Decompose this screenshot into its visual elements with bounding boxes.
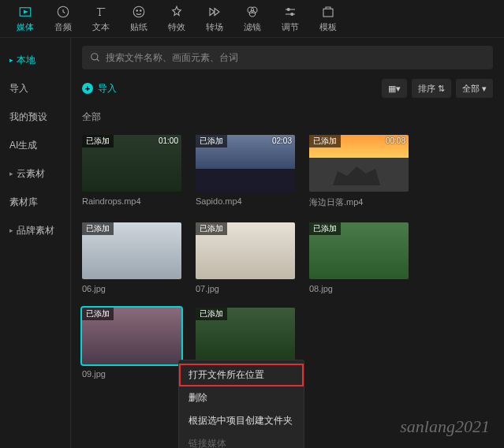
media-card[interactable]: 已添加01:00Raindrops.mp4 xyxy=(82,135,181,208)
duration-label: 00:08 xyxy=(386,136,405,145)
media-name: 08.jpg xyxy=(309,284,409,293)
top-tab-8[interactable]: 模板 xyxy=(309,0,347,38)
chevron-icon: ▸ xyxy=(9,226,13,234)
thumbnail[interactable]: 已添加 xyxy=(196,222,295,279)
media-card[interactable]: 已添加06.jpg xyxy=(82,222,181,293)
svg-rect-13 xyxy=(323,9,333,17)
top-tab-1[interactable]: 音频 xyxy=(44,0,82,38)
section-label: 全部 xyxy=(82,110,493,124)
watermark: sanlang2021 xyxy=(400,416,490,437)
svg-point-14 xyxy=(91,54,98,60)
tab-icon xyxy=(94,4,108,20)
svg-point-12 xyxy=(291,13,293,16)
added-badge: 已添加 xyxy=(82,222,114,235)
toolbar: + 导入 ▦▾ 排序 ⇅ 全部 ▾ xyxy=(82,77,493,99)
filter-button[interactable]: 全部 ▾ xyxy=(456,79,493,98)
top-tab-6[interactable]: 滤镜 xyxy=(233,0,271,38)
duration-label: 02:03 xyxy=(272,136,292,145)
sidebar-label: 本地 xyxy=(17,54,35,67)
tab-label: 模板 xyxy=(319,21,337,33)
sidebar-label: 云素材 xyxy=(17,167,45,181)
import-button[interactable]: + 导入 xyxy=(82,82,117,95)
context-menu-item[interactable]: 删除 xyxy=(179,386,304,409)
context-menu-item[interactable]: 打开文件所在位置 xyxy=(179,364,304,386)
thumbnail[interactable]: 已添加 xyxy=(82,222,181,279)
top-tab-4[interactable]: 特效 xyxy=(158,0,196,38)
tab-icon xyxy=(132,4,146,20)
thumbnail[interactable]: 已添加 xyxy=(309,222,409,279)
tab-label: 调节 xyxy=(282,21,299,33)
added-badge: 已添加 xyxy=(309,135,341,147)
svg-point-5 xyxy=(140,10,142,12)
media-name: 海边日落.mp4 xyxy=(309,196,409,208)
top-tab-7[interactable]: 调节 xyxy=(271,0,309,38)
context-menu: 打开文件所在位置删除根据选中项目创建文件夹链接媒体 xyxy=(178,360,304,448)
added-badge: 已添加 xyxy=(196,135,227,147)
thumbnail[interactable]: 已添加 xyxy=(82,308,181,364)
media-card[interactable]: 已添加09.jpg xyxy=(82,308,181,379)
media-name: Raindrops.mp4 xyxy=(82,196,181,206)
thumbnail[interactable]: 已添加 xyxy=(196,308,295,364)
svg-point-3 xyxy=(133,6,144,17)
svg-line-15 xyxy=(97,59,99,62)
content-area: 搜索文件名称、画面元素、台词 + 导入 ▦▾ 排序 ⇅ 全部 ▾ 全部 已添加0… xyxy=(71,38,504,448)
media-grid: 已添加01:00Raindrops.mp4已添加02:03Sapido.mp4已… xyxy=(82,135,493,379)
view-toggle[interactable]: ▦▾ xyxy=(382,79,407,98)
sidebar-item-3[interactable]: AI生成 xyxy=(0,131,70,159)
media-card[interactable]: 已添加00:08海边日落.mp4 xyxy=(309,135,409,208)
search-input[interactable]: 搜索文件名称、画面元素、台词 xyxy=(82,46,493,69)
tab-label: 媒体 xyxy=(17,21,34,33)
top-tab-3[interactable]: 贴纸 xyxy=(120,0,158,38)
media-name: 07.jpg xyxy=(196,284,295,293)
tab-label: 文本 xyxy=(92,21,110,33)
tab-label: 转场 xyxy=(206,21,223,33)
sidebar-label: AI生成 xyxy=(9,139,37,152)
sidebar-item-2[interactable]: 我的预设 xyxy=(0,103,70,131)
top-tab-5[interactable]: 转场 xyxy=(196,0,233,38)
tab-icon xyxy=(245,4,259,20)
added-badge: 已添加 xyxy=(309,222,341,235)
top-tab-2[interactable]: 文本 xyxy=(82,0,120,38)
sidebar: ▸本地导入我的预设AI生成▸云素材素材库▸品牌素材 xyxy=(0,38,71,448)
svg-point-10 xyxy=(287,9,289,11)
thumbnail[interactable]: 已添加02:03 xyxy=(196,135,295,192)
chevron-icon: ▸ xyxy=(9,56,13,64)
sort-button[interactable]: 排序 ⇅ xyxy=(412,79,451,98)
media-card[interactable]: 已添加02:03Sapido.mp4 xyxy=(196,135,295,208)
sidebar-label: 导入 xyxy=(9,82,28,95)
tab-icon xyxy=(207,4,222,20)
added-badge: 已添加 xyxy=(196,308,227,320)
sidebar-label: 我的预设 xyxy=(9,110,47,124)
import-label: 导入 xyxy=(98,82,117,95)
plus-icon: + xyxy=(82,83,93,94)
sidebar-item-5[interactable]: 素材库 xyxy=(0,188,70,216)
sidebar-item-4[interactable]: ▸云素材 xyxy=(0,159,70,188)
tab-label: 特效 xyxy=(168,21,185,33)
svg-point-7 xyxy=(252,7,258,13)
thumbnail[interactable]: 已添加00:08 xyxy=(309,135,409,192)
tab-icon xyxy=(170,4,184,20)
added-badge: 已添加 xyxy=(196,222,227,235)
media-name: 09.jpg xyxy=(82,369,181,379)
added-badge: 已添加 xyxy=(82,135,114,147)
tab-label: 滤镜 xyxy=(244,21,261,33)
svg-marker-1 xyxy=(24,11,28,13)
tab-icon xyxy=(283,4,297,20)
media-name: Sapido.mp4 xyxy=(196,196,295,206)
context-menu-item: 链接媒体 xyxy=(179,432,304,448)
top-tab-0[interactable]: 媒体 xyxy=(6,0,44,38)
added-badge: 已添加 xyxy=(82,308,114,320)
sidebar-item-0[interactable]: ▸本地 xyxy=(0,46,70,74)
context-menu-item[interactable]: 根据选中项目创建文件夹 xyxy=(179,409,304,432)
tab-icon xyxy=(18,4,32,20)
thumbnail[interactable]: 已添加01:00 xyxy=(82,135,181,192)
sidebar-item-1[interactable]: 导入 xyxy=(0,74,70,103)
top-tabs: 媒体音频文本贴纸特效转场滤镜调节模板 xyxy=(0,0,504,38)
media-card[interactable]: 已添加08.jpg xyxy=(309,222,409,293)
tab-label: 音频 xyxy=(54,21,72,33)
sidebar-label: 素材库 xyxy=(9,196,38,209)
sidebar-item-6[interactable]: ▸品牌素材 xyxy=(0,216,70,245)
search-icon xyxy=(90,52,101,63)
media-card[interactable]: 已添加07.jpg xyxy=(196,222,295,293)
search-placeholder: 搜索文件名称、画面元素、台词 xyxy=(106,51,238,65)
